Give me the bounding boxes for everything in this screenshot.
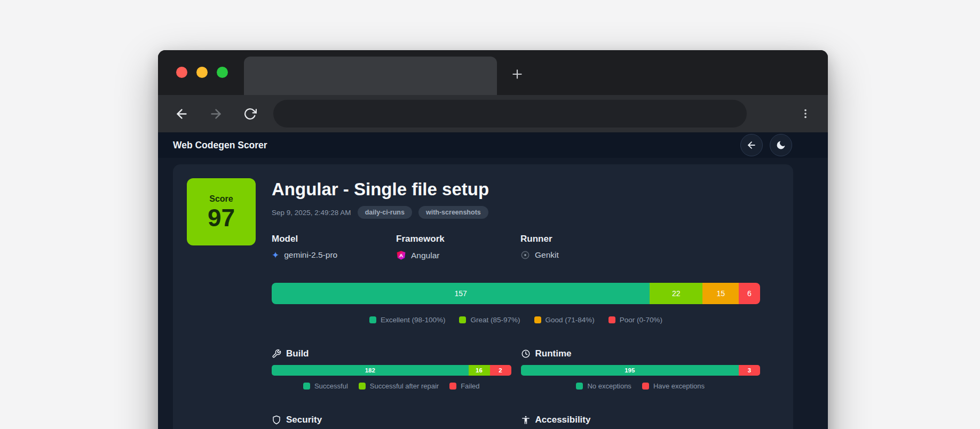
legend-label: Successful after repair (370, 382, 439, 390)
runtime-legend: No exceptionsHave exceptions (521, 382, 761, 390)
score-value: 97 (208, 205, 235, 230)
bar-segment: 157 (272, 283, 650, 304)
browser-menu-button[interactable] (793, 101, 818, 126)
wrench-icon (272, 349, 281, 359)
legend-swatch-icon (576, 383, 583, 390)
legend-label: Failed (461, 382, 479, 390)
back-button[interactable] (169, 101, 194, 126)
address-bar[interactable] (273, 100, 747, 128)
meta-value-text: Angular (411, 251, 439, 260)
meta-runner: Runner Genkit (520, 234, 760, 260)
close-button[interactable] (176, 67, 187, 78)
legend-swatch-icon (359, 383, 366, 390)
build-legend: SuccessfulSuccessful after repairFailed (272, 382, 511, 390)
accessibility-icon (521, 415, 531, 425)
bar-segment: 22 (650, 283, 702, 304)
legend-item: Failed (449, 382, 479, 390)
browser-tabstrip (158, 50, 828, 95)
legend-item: Poor (0-70%) (608, 316, 662, 324)
legend-label: No exceptions (587, 382, 631, 390)
section-title: Security (286, 415, 322, 425)
legend-label: Excellent (98-100%) (381, 316, 446, 324)
app-header: Web Codegen Scorer (158, 132, 828, 158)
back-arrow-icon (175, 107, 189, 121)
score-badge: Score 97 (187, 178, 256, 245)
legend-swatch-icon (449, 383, 456, 390)
bar-segment: 3 (739, 365, 760, 376)
browser-toolbar (158, 95, 828, 132)
legend-item: Have exceptions (642, 382, 705, 390)
build-bar: 182162 (272, 365, 511, 376)
new-tab-button[interactable] (506, 63, 528, 85)
gemini-sparkle-icon: ✦ (272, 251, 279, 260)
runtime-bar: 1953 (521, 365, 761, 376)
reload-icon (243, 107, 257, 121)
legend-label: Great (85-97%) (470, 316, 520, 324)
meta-label: Framework (396, 234, 520, 244)
report-card: Score 97 Angular - Single file setup Sep… (173, 164, 793, 429)
maximize-button[interactable] (217, 67, 228, 78)
legend-item: Great (85-97%) (459, 316, 520, 324)
section-build: Build 182162 SuccessfulSuccessful after … (272, 348, 511, 390)
legend-item: Good (71-84%) (534, 316, 595, 324)
legend-item: Successful after repair (359, 382, 439, 390)
clock-icon (521, 349, 531, 359)
legend-item: Excellent (98-100%) (369, 316, 446, 324)
app-page: Web Codegen Scorer Score 97 Angular - Si… (158, 132, 828, 429)
legend-item: Successful (303, 382, 348, 390)
report-content: Angular - Single file setup Sep 9, 2025,… (272, 178, 779, 429)
legend-swatch-icon (534, 316, 541, 323)
report-back-button[interactable] (740, 134, 763, 156)
header-actions (740, 134, 792, 156)
section-title: Runtime (535, 348, 572, 359)
angular-logo-icon: A (396, 250, 406, 260)
section-title: Build (286, 348, 309, 359)
overall-score-bar: 15722156 (272, 283, 760, 304)
meta-columns: Model ✦ gemini-2.5-pro Framework (272, 234, 760, 260)
bar-segment: 15 (702, 283, 739, 304)
minimize-button[interactable] (196, 67, 208, 78)
legend-label: Successful (314, 382, 348, 390)
browser-window: Web Codegen Scorer Score 97 Angular - Si… (158, 50, 828, 429)
moon-icon (776, 140, 786, 150)
legend-swatch-icon (608, 316, 615, 323)
meta-label: Model (272, 234, 396, 244)
legend-swatch-icon (303, 383, 310, 390)
score-label: Score (209, 194, 233, 204)
genkit-logo-icon (520, 250, 530, 260)
overall-legend: Excellent (98-100%)Great (85-97%)Good (7… (272, 316, 760, 324)
meta-value-text: Genkit (535, 250, 559, 260)
legend-label: Have exceptions (653, 382, 705, 390)
legend-swatch-icon (459, 316, 466, 323)
theme-toggle-button[interactable] (770, 134, 792, 156)
tag-badge: daily-ci-runs (358, 206, 412, 219)
legend-label: Good (71-84%) (546, 316, 595, 324)
app-title: Web Codegen Scorer (173, 140, 267, 151)
legend-label: Poor (0-70%) (620, 316, 662, 324)
reload-button[interactable] (237, 101, 263, 126)
svg-text:A: A (399, 252, 403, 258)
bar-segment: 182 (272, 365, 469, 376)
shield-icon (272, 415, 281, 425)
browser-tab[interactable] (244, 57, 497, 95)
bar-segment: 6 (739, 283, 760, 304)
plus-icon (510, 67, 524, 81)
legend-swatch-icon (642, 383, 649, 390)
meta-value-text: gemini-2.5-pro (284, 250, 337, 260)
bar-segment: 16 (469, 365, 490, 376)
legend-swatch-icon (369, 316, 376, 323)
window-controls (176, 67, 228, 78)
section-security: Security 1971 (272, 415, 511, 429)
bar-segment: 195 (521, 365, 739, 376)
meta-framework: Framework A Angular (396, 234, 520, 260)
legend-item: No exceptions (576, 382, 631, 390)
meta-model: Model ✦ gemini-2.5-pro (272, 234, 396, 260)
report-meta-row: Sep 9, 2025, 2:49:28 AM daily-ci-runs wi… (272, 206, 760, 219)
section-accessibility: Accessibility 18513 (521, 415, 761, 429)
kebab-menu-icon (800, 108, 811, 120)
bar-segment: 2 (490, 365, 511, 376)
back-arrow-icon (746, 140, 757, 150)
report-title: Angular - Single file setup (272, 179, 760, 200)
tag-badge: with-screenshots (418, 206, 488, 219)
forward-button[interactable] (203, 101, 228, 126)
